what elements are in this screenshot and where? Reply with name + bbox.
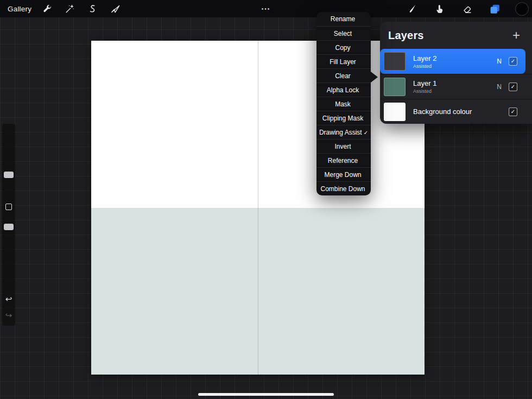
symmetry-guide-line [258, 41, 258, 375]
add-layer-button[interactable]: + [512, 29, 520, 42]
layer-row-background-colour[interactable]: Background colour ✓ [380, 99, 532, 124]
toolbar-left-group: Gallery [0, 0, 123, 17]
paintbrush-icon [407, 4, 417, 14]
menu-item-mask[interactable]: Mask [316, 97, 371, 111]
layers-button[interactable] [487, 0, 502, 17]
layers-panel-title: Layers [388, 29, 424, 42]
home-indicator[interactable] [198, 393, 334, 396]
layer-name: Layer 2 [413, 54, 436, 62]
selection-s-icon [87, 4, 98, 14]
layer-thumbnail[interactable] [384, 103, 406, 121]
menu-item-rename[interactable]: Rename [316, 12, 371, 26]
magic-wand-icon [65, 4, 75, 14]
smudge-button[interactable] [432, 0, 447, 17]
menu-item-copy[interactable]: Copy [316, 40, 371, 54]
layer-name: Background colour [413, 107, 472, 116]
menu-item-alpha-lock[interactable]: Alpha Lock [316, 83, 371, 97]
canvas-options-dots[interactable]: ••• [262, 0, 271, 17]
redo-button[interactable]: ↪ [2, 311, 15, 320]
layer-row-layer-2[interactable]: Layer 2 Assisted N ✓ [380, 49, 532, 74]
transform-button[interactable] [108, 0, 123, 17]
layer-visibility-checkbox[interactable]: ✓ [509, 107, 517, 116]
menu-item-invert[interactable]: Invert [316, 139, 371, 153]
layer-thumbnail[interactable] [384, 52, 406, 71]
menu-pointer-arrow [371, 72, 378, 83]
check-icon: ✓ [364, 130, 368, 136]
blend-mode-button[interactable]: N [497, 58, 502, 65]
layer-row-layer-1[interactable]: Layer 1 Assisted N ✓ [380, 74, 532, 99]
actions-button[interactable] [40, 0, 54, 17]
blend-mode-button[interactable]: N [497, 83, 502, 91]
layer-thumbnail[interactable] [384, 78, 406, 96]
menu-item-combine-down[interactable]: Combine Down [316, 181, 371, 195]
undo-button[interactable]: ↩ [2, 294, 15, 304]
menu-item-clear[interactable]: Clear [316, 68, 371, 83]
top-toolbar: Gallery ••• [0, 0, 532, 17]
transform-arrow-icon [110, 4, 121, 14]
selection-button[interactable] [85, 0, 100, 17]
modify-button[interactable] [5, 204, 12, 210]
gallery-button[interactable]: Gallery [8, 5, 31, 13]
brush-sidebar: ↩ ↪ [2, 124, 15, 326]
layers-icon [489, 3, 501, 15]
toolbar-right-group [404, 0, 532, 17]
menu-item-drawing-assist[interactable]: Drawing Assist✓ [316, 125, 371, 139]
brush-opacity-slider[interactable] [4, 224, 14, 230]
layer-context-menu: Rename Select Copy Fill Layer Clear Alph… [316, 12, 371, 195]
adjustments-button[interactable] [62, 0, 77, 17]
layer-subtitle: Assisted [413, 88, 436, 94]
menu-item-select[interactable]: Select [316, 26, 371, 40]
eraser-icon [462, 4, 472, 14]
smudge-finger-icon [434, 4, 445, 14]
active-color-swatch[interactable] [515, 2, 529, 16]
menu-item-clipping-mask[interactable]: Clipping Mask [316, 111, 371, 125]
layer-visibility-checkbox[interactable]: ✓ [509, 83, 517, 91]
menu-item-fill-layer[interactable]: Fill Layer [316, 54, 371, 68]
wrench-icon [42, 4, 52, 14]
layer-text-block: Background colour [413, 107, 472, 116]
layer-name: Layer 1 [413, 79, 436, 87]
procreate-app: Gallery ••• [0, 0, 532, 399]
brush-size-slider[interactable] [4, 172, 14, 178]
menu-item-merge-down[interactable]: Merge Down [316, 167, 371, 181]
layer-visibility-checkbox[interactable]: ✓ [509, 57, 517, 66]
eraser-button[interactable] [460, 0, 474, 17]
layer-text-block: Layer 2 Assisted [413, 54, 436, 69]
canvas[interactable] [91, 41, 425, 375]
menu-item-reference[interactable]: Reference [316, 153, 371, 167]
layers-panel: Layers + Layer 2 Assisted N ✓ Layer 1 As… [380, 22, 532, 124]
layer-text-block: Layer 1 Assisted [413, 79, 436, 94]
paint-button[interactable] [404, 0, 419, 17]
layers-panel-header: Layers + [380, 22, 532, 49]
layer-subtitle: Assisted [413, 64, 436, 69]
